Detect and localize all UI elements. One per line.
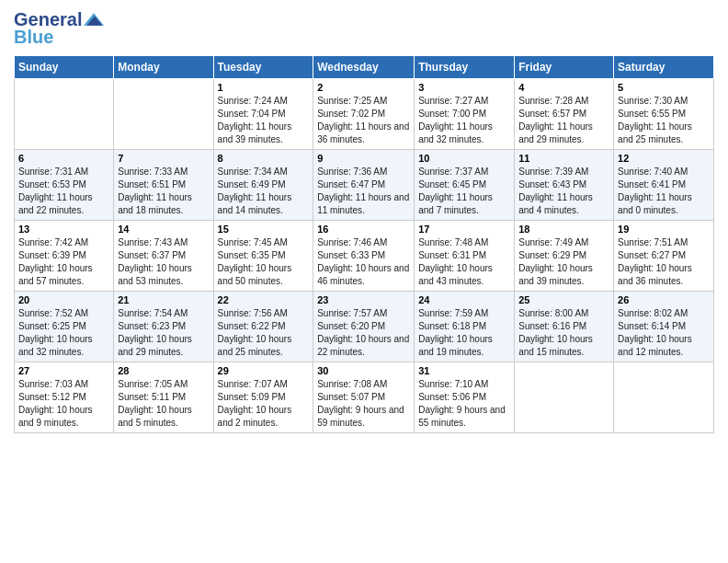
day-number: 22 — [218, 294, 310, 305]
day-number: 16 — [317, 224, 410, 235]
day-number: 14 — [118, 224, 209, 235]
day-number: 15 — [218, 224, 310, 235]
calendar-cell: 5Sunrise: 7:30 AMSunset: 6:55 PMDaylight… — [614, 79, 714, 150]
dow-header-monday: Monday — [114, 56, 213, 79]
day-info: Sunrise: 7:57 AMSunset: 6:20 PMDaylight:… — [317, 307, 410, 359]
day-number: 25 — [518, 294, 609, 305]
calendar-cell: 7Sunrise: 7:33 AMSunset: 6:51 PMDaylight… — [114, 150, 213, 221]
day-number: 23 — [317, 294, 410, 305]
calendar-cell — [15, 79, 114, 150]
calendar-cell — [614, 362, 714, 433]
day-number: 21 — [118, 294, 209, 305]
day-number: 3 — [418, 82, 510, 93]
day-info: Sunrise: 7:49 AMSunset: 6:29 PMDaylight:… — [518, 236, 609, 288]
calendar-cell: 13Sunrise: 7:42 AMSunset: 6:39 PMDayligh… — [15, 221, 114, 292]
day-info: Sunrise: 7:48 AMSunset: 6:31 PMDaylight:… — [418, 236, 510, 288]
calendar-cell — [515, 362, 614, 433]
calendar-cell: 2Sunrise: 7:25 AMSunset: 7:02 PMDaylight… — [313, 79, 415, 150]
day-number: 18 — [518, 224, 609, 235]
day-info: Sunrise: 7:56 AMSunset: 6:22 PMDaylight:… — [218, 307, 310, 359]
day-info: Sunrise: 7:08 AMSunset: 5:07 PMDaylight:… — [317, 378, 410, 430]
day-info: Sunrise: 7:33 AMSunset: 6:51 PMDaylight:… — [118, 166, 209, 217]
dow-header-wednesday: Wednesday — [313, 56, 415, 79]
calendar: SundayMondayTuesdayWednesdayThursdayFrid… — [14, 55, 714, 433]
calendar-body: 1Sunrise: 7:24 AMSunset: 7:04 PMDaylight… — [15, 79, 714, 433]
calendar-cell: 30Sunrise: 7:08 AMSunset: 5:07 PMDayligh… — [313, 362, 415, 433]
week-row-2: 6Sunrise: 7:31 AMSunset: 6:53 PMDaylight… — [15, 150, 714, 221]
day-info: Sunrise: 7:37 AMSunset: 6:45 PMDaylight:… — [418, 166, 510, 217]
day-info: Sunrise: 7:03 AMSunset: 5:12 PMDaylight:… — [18, 378, 109, 430]
day-number: 2 — [317, 82, 410, 93]
calendar-cell: 28Sunrise: 7:05 AMSunset: 5:11 PMDayligh… — [114, 362, 213, 433]
day-number: 5 — [618, 82, 710, 93]
logo-icon — [84, 11, 104, 28]
day-number: 17 — [418, 224, 510, 235]
day-info: Sunrise: 7:27 AMSunset: 7:00 PMDaylight:… — [418, 95, 510, 146]
day-info: Sunrise: 7:54 AMSunset: 6:23 PMDaylight:… — [118, 307, 209, 359]
day-number: 8 — [218, 153, 310, 164]
day-info: Sunrise: 8:02 AMSunset: 6:14 PMDaylight:… — [618, 307, 710, 359]
calendar-cell: 22Sunrise: 7:56 AMSunset: 6:22 PMDayligh… — [213, 292, 313, 362]
day-info: Sunrise: 7:45 AMSunset: 6:35 PMDaylight:… — [218, 236, 310, 288]
day-number: 7 — [118, 153, 209, 164]
day-number: 28 — [118, 365, 209, 376]
calendar-cell: 3Sunrise: 7:27 AMSunset: 7:00 PMDaylight… — [415, 79, 515, 150]
day-info: Sunrise: 7:31 AMSunset: 6:53 PMDaylight:… — [18, 166, 109, 217]
day-number: 6 — [18, 153, 109, 164]
day-info: Sunrise: 7:51 AMSunset: 6:27 PMDaylight:… — [618, 236, 710, 288]
calendar-cell: 14Sunrise: 7:43 AMSunset: 6:37 PMDayligh… — [114, 221, 213, 292]
calendar-cell: 26Sunrise: 8:02 AMSunset: 6:14 PMDayligh… — [614, 292, 714, 362]
day-info: Sunrise: 7:36 AMSunset: 6:47 PMDaylight:… — [317, 166, 410, 217]
day-number: 29 — [218, 365, 310, 376]
day-number: 13 — [18, 224, 109, 235]
day-info: Sunrise: 7:30 AMSunset: 6:55 PMDaylight:… — [618, 95, 710, 146]
calendar-cell: 6Sunrise: 7:31 AMSunset: 6:53 PMDaylight… — [15, 150, 114, 221]
week-row-3: 13Sunrise: 7:42 AMSunset: 6:39 PMDayligh… — [15, 221, 714, 292]
day-number: 1 — [218, 82, 310, 93]
day-info: Sunrise: 7:25 AMSunset: 7:02 PMDaylight:… — [317, 95, 410, 146]
calendar-cell: 20Sunrise: 7:52 AMSunset: 6:25 PMDayligh… — [15, 292, 114, 362]
calendar-cell — [114, 79, 213, 150]
day-number: 20 — [18, 294, 109, 305]
day-info: Sunrise: 7:34 AMSunset: 6:49 PMDaylight:… — [218, 166, 310, 217]
day-number: 27 — [18, 365, 109, 376]
week-row-1: 1Sunrise: 7:24 AMSunset: 7:04 PMDaylight… — [15, 79, 714, 150]
day-number: 31 — [418, 365, 510, 376]
calendar-cell: 8Sunrise: 7:34 AMSunset: 6:49 PMDaylight… — [213, 150, 313, 221]
week-row-4: 20Sunrise: 7:52 AMSunset: 6:25 PMDayligh… — [15, 292, 714, 362]
day-info: Sunrise: 7:46 AMSunset: 6:33 PMDaylight:… — [317, 236, 410, 288]
day-info: Sunrise: 7:05 AMSunset: 5:11 PMDaylight:… — [118, 378, 209, 430]
calendar-cell: 17Sunrise: 7:48 AMSunset: 6:31 PMDayligh… — [415, 221, 515, 292]
day-info: Sunrise: 7:07 AMSunset: 5:09 PMDaylight:… — [218, 378, 310, 430]
calendar-cell: 21Sunrise: 7:54 AMSunset: 6:23 PMDayligh… — [114, 292, 213, 362]
dow-header-tuesday: Tuesday — [213, 56, 313, 79]
day-info: Sunrise: 7:28 AMSunset: 6:57 PMDaylight:… — [518, 95, 609, 146]
day-number: 10 — [418, 153, 510, 164]
day-info: Sunrise: 7:39 AMSunset: 6:43 PMDaylight:… — [518, 166, 609, 217]
day-of-week-row: SundayMondayTuesdayWednesdayThursdayFrid… — [15, 56, 714, 79]
calendar-cell: 11Sunrise: 7:39 AMSunset: 6:43 PMDayligh… — [515, 150, 614, 221]
calendar-cell: 24Sunrise: 7:59 AMSunset: 6:18 PMDayligh… — [415, 292, 515, 362]
logo: General Blue — [14, 9, 104, 48]
dow-header-thursday: Thursday — [415, 56, 515, 79]
calendar-cell: 4Sunrise: 7:28 AMSunset: 6:57 PMDaylight… — [515, 79, 614, 150]
calendar-cell: 15Sunrise: 7:45 AMSunset: 6:35 PMDayligh… — [213, 221, 313, 292]
calendar-cell: 27Sunrise: 7:03 AMSunset: 5:12 PMDayligh… — [15, 362, 114, 433]
day-number: 4 — [518, 82, 609, 93]
dow-header-saturday: Saturday — [614, 56, 714, 79]
calendar-cell: 16Sunrise: 7:46 AMSunset: 6:33 PMDayligh… — [313, 221, 415, 292]
calendar-cell: 9Sunrise: 7:36 AMSunset: 6:47 PMDaylight… — [313, 150, 415, 221]
day-number: 30 — [317, 365, 410, 376]
day-number: 9 — [317, 153, 410, 164]
day-number: 11 — [518, 153, 609, 164]
calendar-cell: 1Sunrise: 7:24 AMSunset: 7:04 PMDaylight… — [213, 79, 313, 150]
day-info: Sunrise: 7:43 AMSunset: 6:37 PMDaylight:… — [118, 236, 209, 288]
day-number: 26 — [618, 294, 710, 305]
day-number: 24 — [418, 294, 510, 305]
calendar-cell: 10Sunrise: 7:37 AMSunset: 6:45 PMDayligh… — [415, 150, 515, 221]
calendar-cell: 31Sunrise: 7:10 AMSunset: 5:06 PMDayligh… — [415, 362, 515, 433]
calendar-cell: 25Sunrise: 8:00 AMSunset: 6:16 PMDayligh… — [515, 292, 614, 362]
calendar-cell: 18Sunrise: 7:49 AMSunset: 6:29 PMDayligh… — [515, 221, 614, 292]
calendar-cell: 19Sunrise: 7:51 AMSunset: 6:27 PMDayligh… — [614, 221, 714, 292]
day-info: Sunrise: 7:59 AMSunset: 6:18 PMDaylight:… — [418, 307, 510, 359]
